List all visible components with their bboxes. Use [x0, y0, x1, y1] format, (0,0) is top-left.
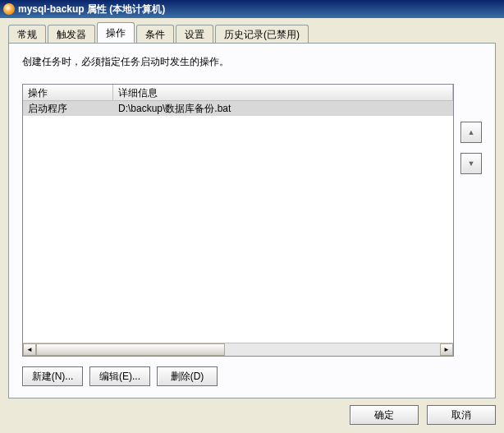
move-up-button[interactable]: ▲ — [460, 122, 482, 143]
cell-action: 启动程序 — [23, 101, 113, 117]
table-header: 操作 详细信息 — [23, 85, 453, 101]
window-title: mysql-backup 属性 (本地计算机) — [18, 2, 165, 16]
move-down-button[interactable]: ▼ — [460, 153, 482, 174]
tab-actions[interactable]: 操作 — [97, 22, 135, 43]
scroll-left-button[interactable]: ◄ — [23, 343, 36, 356]
scroll-track[interactable] — [225, 343, 440, 356]
dialog-footer: 确定 取消 — [8, 398, 496, 425]
tab-label: 条件 — [145, 29, 165, 40]
new-button[interactable]: 新建(N)... — [22, 366, 83, 386]
cancel-button[interactable]: 取消 — [427, 405, 496, 425]
reorder-buttons: ▲ ▼ — [460, 84, 482, 357]
scroll-thumb[interactable] — [36, 343, 225, 356]
delete-button[interactable]: 删除(D) — [157, 366, 218, 386]
column-header-detail[interactable]: 详细信息 — [113, 85, 453, 100]
titlebar: mysql-backup 属性 (本地计算机) — [0, 0, 504, 18]
table-row[interactable]: 启动程序 D:\backup\数据库备份.bat — [23, 101, 453, 116]
cell-detail: D:\backup\数据库备份.bat — [113, 101, 453, 117]
tab-settings[interactable]: 设置 — [176, 25, 213, 44]
table-body[interactable]: 启动程序 D:\backup\数据库备份.bat — [23, 101, 453, 343]
tab-label: 历史记录(已禁用) — [224, 29, 300, 40]
tab-triggers[interactable]: 触发器 — [48, 25, 95, 44]
tab-label: 操作 — [106, 27, 126, 39]
chevron-down-icon: ▼ — [468, 159, 475, 168]
scroll-right-button[interactable]: ► — [440, 343, 453, 356]
action-buttons-row: 新建(N)... 编辑(E)... 删除(D) — [22, 366, 482, 386]
tab-conditions[interactable]: 条件 — [136, 25, 174, 44]
tab-label: 设置 — [185, 29, 204, 40]
tab-panel-actions: 创建任务时，必须指定任务启动时发生的操作。 操作 详细信息 启动程序 D:\ba… — [8, 43, 496, 398]
horizontal-scrollbar[interactable]: ◄ ► — [23, 343, 453, 356]
content-row: 操作 详细信息 启动程序 D:\backup\数据库备份.bat ◄ ► — [22, 84, 482, 357]
tab-history[interactable]: 历史记录(已禁用) — [215, 25, 309, 44]
chevron-up-icon: ▲ — [468, 128, 475, 136]
instruction-text: 创建任务时，必须指定任务启动时发生的操作。 — [22, 55, 482, 69]
tab-label: 触发器 — [57, 29, 86, 40]
tab-label: 常规 — [17, 29, 37, 40]
column-header-action[interactable]: 操作 — [23, 85, 113, 100]
app-icon — [3, 3, 15, 15]
tab-strip: 常规 触发器 操作 条件 设置 历史记录(已禁用) — [8, 25, 496, 43]
tab-general[interactable]: 常规 — [8, 25, 46, 44]
dialog-body: 常规 触发器 操作 条件 设置 历史记录(已禁用) 创建任务时，必须指定任务启动… — [0, 18, 504, 433]
edit-button[interactable]: 编辑(E)... — [89, 366, 150, 386]
actions-table: 操作 详细信息 启动程序 D:\backup\数据库备份.bat ◄ ► — [22, 84, 454, 357]
ok-button[interactable]: 确定 — [350, 405, 419, 425]
